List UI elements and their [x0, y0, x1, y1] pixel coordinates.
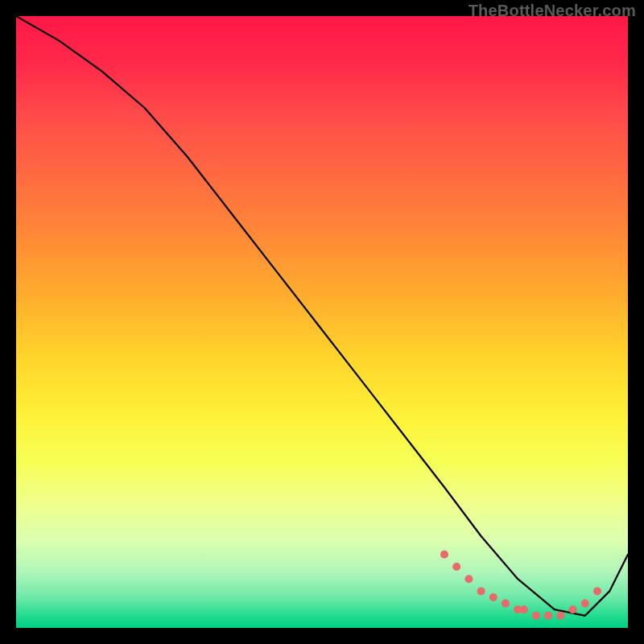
data-markers: [440, 551, 601, 620]
data-marker: [489, 593, 497, 601]
data-marker: [556, 612, 564, 620]
chart-stage: TheBottleNecker.com: [0, 0, 644, 644]
chart-overlay: [16, 16, 628, 628]
data-marker: [477, 587, 485, 595]
data-marker: [464, 575, 473, 583]
data-marker: [569, 605, 577, 613]
plot-area: [16, 16, 628, 628]
data-marker: [452, 563, 460, 571]
data-marker: [593, 587, 601, 595]
data-marker: [440, 551, 448, 559]
curve-line: [16, 16, 628, 616]
data-marker: [502, 600, 510, 608]
data-marker: [544, 612, 552, 620]
data-marker: [514, 605, 522, 613]
data-marker: [532, 612, 540, 620]
data-marker: [520, 605, 528, 613]
data-marker: [581, 600, 589, 608]
